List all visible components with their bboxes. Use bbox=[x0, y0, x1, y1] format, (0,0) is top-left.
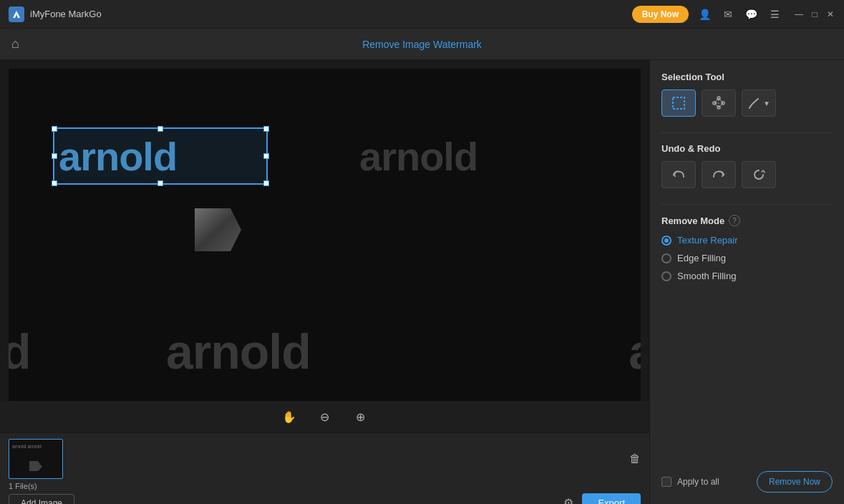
svg-line-11 bbox=[719, 103, 723, 107]
poly-selection-tool[interactable] bbox=[702, 89, 736, 117]
settings-button[interactable]: ⚙ bbox=[563, 496, 573, 504]
edge-filling-radio[interactable] bbox=[661, 253, 671, 263]
app-logo bbox=[9, 6, 24, 22]
watermark-top-left: arnold bbox=[59, 133, 177, 180]
right-panel: Selection Tool bbox=[649, 60, 844, 504]
file-strip-content: arnold arnold 🗑 bbox=[9, 439, 641, 479]
buy-now-button[interactable]: Buy Now bbox=[632, 6, 689, 23]
main-content: arnold arnold arnold d a bbox=[0, 60, 844, 504]
app-title: iMyFone MarkGo bbox=[30, 9, 632, 19]
remove-mode-title: Remove Mode bbox=[661, 215, 724, 226]
zoom-in-button[interactable]: ⊕ bbox=[349, 405, 372, 428]
canvas-toolbar: ✋ ⊖ ⊕ bbox=[0, 401, 649, 432]
panel-bottom: Apply to all Remove Now bbox=[661, 460, 833, 493]
undo-button[interactable] bbox=[661, 161, 696, 188]
handle-top-right[interactable] bbox=[263, 126, 269, 132]
handle-mid-left[interactable] bbox=[52, 153, 57, 159]
texture-repair-label: Texture Repair bbox=[677, 235, 738, 246]
svg-rect-2 bbox=[673, 97, 684, 109]
file-thumbnail[interactable]: arnold arnold bbox=[9, 439, 63, 479]
smooth-filling-radio[interactable] bbox=[661, 271, 671, 281]
window-controls: — □ ✕ bbox=[794, 9, 835, 19]
titlebar-actions: Buy Now 👤 ✉ 💬 ☰ — □ ✕ bbox=[632, 6, 835, 23]
undo-redo-buttons bbox=[661, 161, 833, 188]
apply-to-all-area[interactable]: Apply to all bbox=[661, 477, 750, 487]
remove-now-button[interactable]: Remove Now bbox=[757, 471, 833, 493]
mail-icon[interactable]: ✉ bbox=[721, 7, 735, 21]
minimize-button[interactable]: — bbox=[794, 9, 804, 19]
smooth-filling-option[interactable]: Smooth Filling bbox=[661, 271, 833, 281]
strip-right-actions: ⚙ Export bbox=[563, 493, 641, 504]
edge-filling-option[interactable]: Edge Filling bbox=[661, 253, 833, 263]
page-title: Remove Image Watermark bbox=[362, 39, 482, 50]
handle-bottom-mid[interactable] bbox=[157, 180, 163, 186]
apply-to-all-label: Apply to all bbox=[677, 477, 719, 487]
texture-repair-radio[interactable] bbox=[661, 236, 671, 246]
canvas-area: arnold arnold arnold d a bbox=[0, 60, 649, 504]
reset-button[interactable] bbox=[742, 161, 776, 188]
rect-selection-tool[interactable] bbox=[661, 89, 696, 117]
home-button[interactable]: ⌂ bbox=[11, 37, 19, 52]
svg-line-10 bbox=[719, 98, 723, 103]
handle-mid-right[interactable] bbox=[263, 153, 269, 159]
handle-top-mid[interactable] bbox=[157, 126, 163, 132]
account-icon[interactable]: 👤 bbox=[696, 7, 714, 21]
close-button[interactable]: ✕ bbox=[825, 9, 835, 19]
selection-tool-title: Selection Tool bbox=[661, 72, 833, 82]
divider-2 bbox=[661, 204, 833, 205]
file-strip: arnold arnold 🗑 1 File(s) Add Image ⚙ Ex… bbox=[0, 432, 649, 504]
selection-tool-buttons: ▼ bbox=[661, 89, 833, 117]
file-count: 1 File(s) bbox=[9, 482, 641, 490]
divider-1 bbox=[661, 132, 833, 133]
remove-mode-section: Remove Mode ? Texture Repair Edge Fillin… bbox=[661, 215, 833, 460]
handle-top-left[interactable] bbox=[52, 126, 57, 132]
logo-shape bbox=[188, 201, 245, 258]
handle-bottom-left[interactable] bbox=[52, 180, 57, 186]
titlebar: iMyFone MarkGo Buy Now 👤 ✉ 💬 ☰ — □ ✕ bbox=[0, 0, 844, 29]
handle-bottom-right[interactable] bbox=[263, 180, 269, 186]
menu-icon[interactable]: ☰ bbox=[767, 7, 782, 21]
edge-filling-label: Edge Filling bbox=[677, 253, 726, 263]
undo-redo-title: Undo & Redo bbox=[661, 143, 833, 154]
hand-tool-button[interactable]: ✋ bbox=[278, 405, 301, 428]
file-strip-bottom: Add Image ⚙ Export bbox=[9, 490, 641, 504]
canvas-bg: arnold arnold arnold d a bbox=[9, 69, 641, 401]
mode-header: Remove Mode ? bbox=[661, 215, 833, 226]
watermark-bottom-right: a bbox=[629, 324, 641, 379]
export-button[interactable]: Export bbox=[582, 493, 641, 504]
canvas-container[interactable]: arnold arnold arnold d a bbox=[9, 69, 641, 401]
chat-icon[interactable]: 💬 bbox=[742, 7, 760, 21]
svg-line-9 bbox=[714, 98, 719, 103]
svg-marker-0 bbox=[195, 208, 241, 251]
add-image-button[interactable]: Add Image bbox=[9, 494, 74, 505]
svg-line-12 bbox=[714, 103, 719, 107]
redo-button[interactable] bbox=[702, 161, 736, 188]
zoom-out-button[interactable]: ⊖ bbox=[314, 405, 336, 428]
delete-file-button[interactable]: 🗑 bbox=[629, 452, 641, 465]
svg-marker-1 bbox=[29, 461, 42, 471]
smooth-filling-label: Smooth Filling bbox=[677, 271, 736, 281]
brush-tool[interactable]: ▼ bbox=[742, 89, 776, 117]
main-toolbar: ⌂ Remove Image Watermark bbox=[0, 29, 844, 60]
watermark-top-right: arnold bbox=[359, 133, 477, 180]
apply-to-all-checkbox[interactable] bbox=[661, 477, 671, 487]
texture-repair-option[interactable]: Texture Repair bbox=[661, 235, 833, 246]
watermark-bottom-left: d bbox=[9, 324, 31, 379]
maximize-button[interactable]: □ bbox=[810, 9, 820, 19]
help-button[interactable]: ? bbox=[729, 215, 740, 226]
watermark-bottom-center: arnold bbox=[166, 324, 311, 379]
